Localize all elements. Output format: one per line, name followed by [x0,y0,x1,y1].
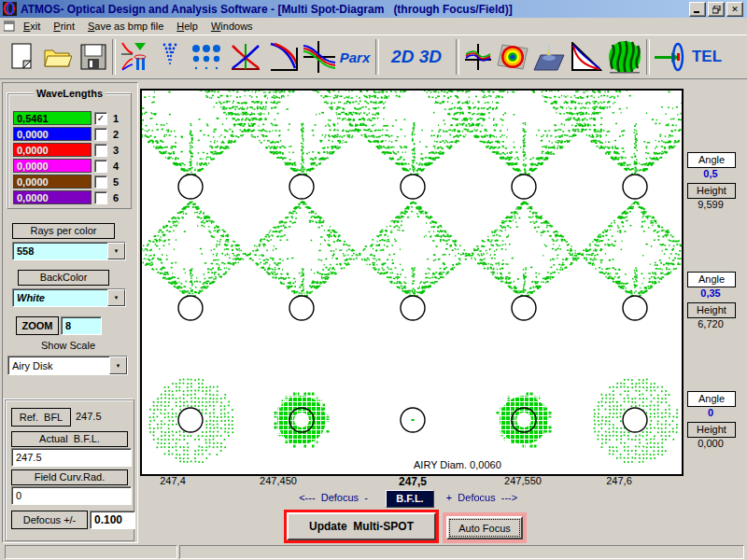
telescope-icon [654,41,685,73]
ref-bfl-value: 247.5 [76,411,102,422]
menu-windows[interactable]: Windows [204,19,260,34]
crossing-curves-icon [230,42,261,72]
chevron-down-icon[interactable]: ▼ [107,289,125,306]
defocus-step-label: Defocus +/- [11,511,88,529]
angle-value: 0,35 [687,287,734,299]
angle-value: 0 [687,407,734,418]
psf-3d-button[interactable] [531,37,567,77]
psf-3d-icon [533,42,565,72]
airy-diameter-label: AIRY Diam. 0,0060 [414,459,501,470]
crossing-curves-button[interactable] [228,37,263,77]
menu-help[interactable]: Help [170,19,204,34]
mdi-child-icon[interactable] [4,21,17,32]
spot-cross-button[interactable] [462,37,494,77]
wavelength-swatch: 0,5461 [13,111,92,125]
height-label: Height [687,302,736,318]
parx-curves-button[interactable] [303,37,336,77]
interferogram-button[interactable] [496,37,529,77]
wavelength-checkbox[interactable]: ✓ [94,112,107,125]
axis-tick: 247,550 [504,475,542,486]
wavelength-checkbox[interactable] [94,160,107,173]
chevron-down-icon[interactable]: ▼ [109,357,127,374]
menu-print[interactable]: Print [47,19,81,34]
wavelength-checkbox[interactable] [94,128,107,141]
wavelength-row: 0,0000 4 [13,159,119,173]
menu-exit[interactable]: Exit [17,19,47,34]
title-bar: ATMOS- Optical Design and Analysis Softw… [0,0,747,18]
ray-analysis-button[interactable] [119,37,150,77]
save-floppy-icon [80,44,106,70]
tel-label: TEL [687,37,726,77]
wavelength-number: 2 [113,129,119,140]
wavelength-number: 3 [113,145,119,156]
wavelength-number: 1 [113,113,119,124]
wavelength-checkbox[interactable] [94,191,107,204]
app-icon [3,2,17,16]
backcolor-select[interactable]: White ▼ [12,288,126,307]
wavelength-row: 0,0000 3 [13,143,119,157]
field-curv-rad-input[interactable]: 0 [11,486,132,505]
restore-icon[interactable] [708,2,725,17]
angle-label: Angle [687,272,736,287]
ray-spray-button[interactable] [156,37,184,77]
minimize-icon[interactable] [689,2,706,17]
axis-tick: 247,4 [160,475,186,486]
wavelength-number: 6 [113,192,119,203]
toolbar: Parx 2D 3D [0,35,747,79]
status-bar-cell [5,545,177,559]
field-curves-button[interactable] [267,37,301,77]
fringe-pattern-button[interactable] [606,37,643,77]
autofocus-button[interactable]: Auto Focus [446,516,523,539]
backcolor-value: White [13,292,107,303]
parx-curves-icon [303,41,335,73]
new-file-button[interactable] [6,37,37,77]
ref-bfl-label: Ref. BFL [11,408,71,427]
wavelength-checkbox[interactable] [94,144,107,157]
defocus-step-input[interactable]: 0.100 [90,511,135,529]
actual-bfl-input[interactable]: 247.5 [11,448,132,467]
autofocus-highlight: Auto Focus [443,512,527,543]
view-2d-3d-button[interactable]: 2D 3D [380,37,453,77]
axis-tick: 247,450 [260,475,297,486]
rays-per-color-select[interactable]: 558 ▼ [12,242,126,260]
zoom-label: ZOOM [16,316,59,335]
wavelengths-title: WaveLengths [8,88,131,99]
open-folder-icon [44,45,72,69]
menu-save-bmp[interactable]: Save as bmp file [81,19,170,34]
toolbar-separator [375,39,379,75]
show-scale-select[interactable]: Airy Disk ▼ [7,356,128,375]
axis-tick-bfl: 247,5 [399,475,427,488]
height-value: 9,599 [687,199,734,210]
angle-label: Angle [687,391,736,407]
spot-matrix-button[interactable] [188,37,225,77]
backcolor-label: BackColor [18,270,109,286]
parx-label[interactable]: Parx [336,37,374,77]
toolbar-separator [456,39,459,75]
wavelength-swatch: 0,0000 [13,143,92,157]
wavelength-checkbox[interactable] [94,175,107,189]
new-file-icon [9,43,34,71]
actual-bfl-label: Actual B.F.L. [11,431,128,447]
close-icon[interactable]: ✕ [726,2,743,17]
height-label: Height [687,183,736,199]
atmos-application-window: { "window": { "title": "ATMOS- Optical D… [0,0,747,560]
zoom-input[interactable]: 8 [61,316,102,335]
axis-tick: 247,6 [606,475,632,486]
mtf-triangle-icon [571,42,602,72]
save-button[interactable] [77,37,110,77]
open-file-button[interactable] [41,37,75,77]
angle-value: 0,5 [687,168,734,179]
spot-diagram-canvas [142,91,682,474]
update-multispot-button[interactable]: Update Multi-SPOT [287,512,436,540]
rays-per-color-value: 558 [13,245,107,257]
wavelength-swatch: 0,0000 [13,190,92,204]
telescope-button[interactable] [653,37,686,77]
wavelength-number: 4 [113,161,119,172]
height-value: 0,000 [687,438,734,449]
wavelength-row: 0,0000 5 [13,175,119,189]
chevron-down-icon[interactable]: ▼ [107,243,125,259]
window-controls: ✕ [689,2,743,17]
mtf-button[interactable] [569,37,604,77]
spot-cross-icon [464,43,492,71]
height-label: Height [687,422,736,438]
